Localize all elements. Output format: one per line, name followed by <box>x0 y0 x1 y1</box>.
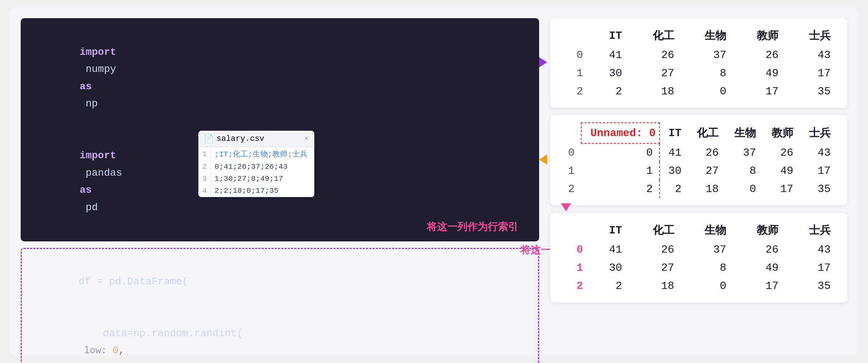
import-kw-2: import <box>79 150 116 161</box>
table3-idx-1: 1 <box>560 259 590 277</box>
table3-it-0: 41 <box>590 241 629 259</box>
table2-chem-1: 27 <box>688 162 726 180</box>
csv-row-2: 2 0;41;26;37;26;43 <box>199 161 314 173</box>
table3-chem-0: 26 <box>629 241 681 259</box>
table3-header-row: IT 化工 生物 教师 士兵 <box>560 220 837 241</box>
table1-teach-0: 26 <box>733 46 785 64</box>
table2-chem-0: 26 <box>688 143 726 162</box>
table3-row-0: 0 41 26 37 26 43 <box>560 241 837 259</box>
table1-col-teacher: 教师 <box>733 25 785 46</box>
import-block: import numpy as np import pandas as pd <box>21 18 539 241</box>
table1-chem-2: 18 <box>629 82 681 101</box>
table1-bio-0: 37 <box>681 46 733 64</box>
code-panel: import numpy as np import pandas as pd d… <box>21 18 539 345</box>
table3-teach-2: 17 <box>733 277 785 295</box>
table2-sold-0: 43 <box>800 143 837 162</box>
table2-bio-1: 8 <box>725 162 762 180</box>
main-container: import numpy as np import pandas as pd d… <box>10 7 858 356</box>
csv-row-4: 4 2;2;18;0;17;35 <box>199 185 314 197</box>
table1-header-row: IT 化工 生物 教师 士兵 <box>560 25 837 46</box>
table3-idx-2: 2 <box>560 277 590 295</box>
table2-teach-1: 49 <box>762 162 800 180</box>
table3-col-teacher: 教师 <box>733 220 785 241</box>
table3-col-it: IT <box>590 220 629 241</box>
csv-row-data-1: ;IT;化工;生物;教师;士兵 <box>211 147 314 161</box>
table1-sold-0: 43 <box>785 46 837 64</box>
file-icon: 📄 <box>204 134 214 144</box>
table2-row-0: 0 0 41 26 37 26 43 <box>560 143 837 162</box>
table3: IT 化工 生物 教师 士兵 0 41 26 37 26 43 <box>560 220 837 295</box>
table1-idx-1: 1 <box>560 64 590 82</box>
table1-row-1: 1 30 27 8 49 17 <box>560 64 837 82</box>
table2-card: Unnamed: 0 IT 化工 生物 教师 士兵 0 0 41 26 37 <box>550 115 847 205</box>
table3-row-1: 1 30 27 8 49 17 <box>560 259 837 277</box>
import-kw-1: import <box>79 46 116 58</box>
table2-it-2: 2 <box>660 180 688 198</box>
table2-col-teacher: 教师 <box>762 123 800 143</box>
table3-bio-1: 8 <box>681 259 733 277</box>
tables-panel: IT 化工 生物 教师 士兵 0 41 26 37 26 43 <box>550 18 847 345</box>
table1-it-1: 30 <box>590 64 629 82</box>
table1-row-2: 2 2 18 0 17 35 <box>560 82 837 101</box>
table1-it-0: 41 <box>590 46 629 64</box>
table2-col-soldier: 士兵 <box>800 123 837 143</box>
table1-teach-1: 49 <box>733 64 785 82</box>
table2-col-chem: 化工 <box>688 123 726 143</box>
dataframe-block: df = pd.DataFrame( data=np.random.randin… <box>21 248 539 363</box>
table1-bio-1: 8 <box>681 64 733 82</box>
csv-row-data-4: 2;2;18;0;17;35 <box>211 185 314 197</box>
table2-chem-2: 18 <box>688 180 726 198</box>
table3-idx-0: 0 <box>560 241 590 259</box>
table2-bio-2: 0 <box>725 180 762 198</box>
csv-row-1: 1 ;IT;化工;生物;教师;士兵 <box>199 147 314 161</box>
import-numpy-line: import numpy as np <box>31 26 529 130</box>
table3-sold-1: 17 <box>785 259 837 277</box>
table1-chem-0: 26 <box>629 46 681 64</box>
table3-col-bio: 生物 <box>681 220 733 241</box>
table3-teach-0: 26 <box>733 241 785 259</box>
table3-bio-0: 37 <box>681 241 733 259</box>
table1-col-bio: 生物 <box>681 25 733 46</box>
table3-row-2: 2 2 18 0 17 35 <box>560 277 837 295</box>
table3-it-1: 30 <box>590 259 629 277</box>
table3-col-soldier: 士兵 <box>785 220 837 241</box>
table2-idx-0: 0 <box>560 143 581 162</box>
table2-teach-0: 26 <box>762 143 800 162</box>
table2-it-0: 41 <box>660 143 688 162</box>
table1-idx-2: 2 <box>560 82 590 101</box>
csv-content-table: 1 ;IT;化工;生物;教师;士兵 2 0;41;26;37;26;43 3 1… <box>199 147 314 197</box>
table2: Unnamed: 0 IT 化工 生物 教师 士兵 0 0 41 26 37 <box>560 122 837 198</box>
orange-arrow <box>539 154 547 164</box>
table1-col-soldier: 士兵 <box>785 25 837 46</box>
table1-it-2: 2 <box>590 82 629 101</box>
as-kw-2: as <box>79 184 92 196</box>
table3-chem-2: 18 <box>629 277 681 295</box>
table2-idx-1: 1 <box>560 162 581 180</box>
table1-col-idx <box>560 25 590 46</box>
table2-unnamed-1: 1 <box>581 162 660 180</box>
table2-unnamed-0: 0 <box>581 143 660 162</box>
as-kw-1: as <box>79 81 92 92</box>
table3-teach-1: 49 <box>733 259 785 277</box>
csv-row-num-2: 2 <box>199 161 211 173</box>
pink-annotation-pos: 将这一列作为行索引 <box>427 220 518 234</box>
table3-sold-2: 35 <box>785 277 837 295</box>
table3-chem-1: 27 <box>629 259 681 277</box>
csv-popup: 📄 salary.csv × 1 ;IT;化工;生物;教师;士兵 2 0;41;… <box>198 131 314 197</box>
table1-col-it: IT <box>590 25 629 46</box>
table2-col-idx <box>560 123 581 143</box>
table1: IT 化工 生物 教师 士兵 0 41 26 37 26 43 <box>560 25 837 101</box>
table2-bio-0: 37 <box>725 143 762 162</box>
table2-row-2: 2 2 2 18 0 17 35 <box>560 180 837 198</box>
csv-row-3: 3 1;30;27;8;49;17 <box>199 173 314 185</box>
table1-card: IT 化工 生物 教师 士兵 0 41 26 37 26 43 <box>550 18 847 108</box>
csv-row-data-3: 1;30;27;8;49;17 <box>211 173 314 185</box>
pink-annotation: 将这一列作为行索引 <box>427 220 518 234</box>
table2-it-1: 30 <box>660 162 688 180</box>
table3-it-2: 2 <box>590 277 629 295</box>
table3-col-chem: 化工 <box>629 220 681 241</box>
csv-close-button[interactable]: × <box>304 134 309 143</box>
purple-arrow <box>539 57 547 67</box>
table3-col-idx <box>560 220 590 241</box>
df-create-line: df = pd.DataFrame( <box>30 256 530 307</box>
